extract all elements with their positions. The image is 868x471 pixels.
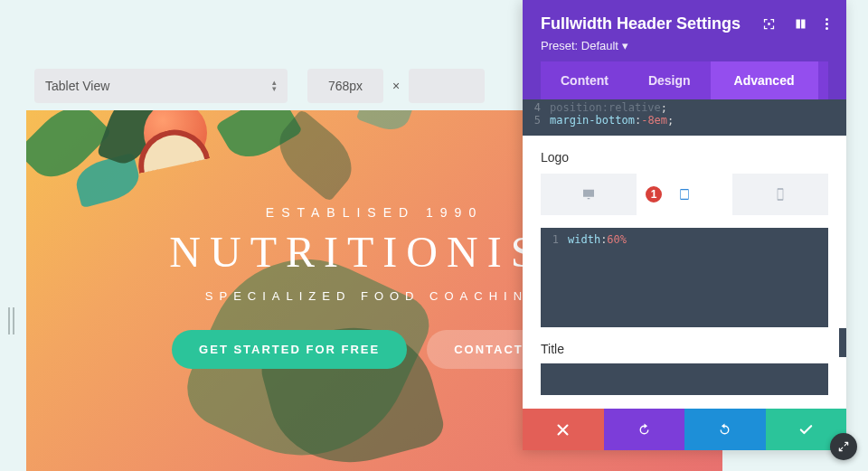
settings-panel: Fullwidth Header Settings Preset: Defaul… <box>523 0 846 450</box>
width-group: 768px × <box>307 69 485 103</box>
columns-icon[interactable] <box>794 17 807 31</box>
panel-body: 4 position:relative; 5 margin-bottom:-8e… <box>523 99 846 409</box>
panel-title: Fullwidth Header Settings <box>541 14 741 33</box>
device-tabs: 1 <box>541 174 828 215</box>
undo-button[interactable] <box>604 409 685 450</box>
view-select[interactable]: Tablet View ▴▾ <box>34 69 288 103</box>
resize-handle[interactable] <box>8 307 14 334</box>
logo-section-label: Logo <box>523 136 846 174</box>
desktop-icon <box>581 187 596 202</box>
code-editor-top[interactable]: 4 position:relative; 5 margin-bottom:-8e… <box>523 99 846 136</box>
tablet-icon <box>677 187 692 202</box>
height-input[interactable] <box>409 69 485 103</box>
title-section-label: Title <box>523 327 846 363</box>
close-button[interactable] <box>523 409 604 450</box>
view-select-label: Tablet View <box>45 79 109 93</box>
width-input[interactable]: 768px <box>307 69 383 103</box>
phone-icon <box>773 187 788 202</box>
panel-scroll[interactable]: 4 position:relative; 5 margin-bottom:-8e… <box>523 99 846 409</box>
tab-advanced[interactable]: Advanced <box>711 61 818 99</box>
device-tablet-tab[interactable]: 1 <box>637 174 732 215</box>
undo-icon <box>637 422 652 438</box>
code-editor-logo[interactable]: 1 width:60% <box>541 228 828 327</box>
tab-design[interactable]: Design <box>628 61 711 99</box>
device-desktop-tab[interactable] <box>541 174 637 215</box>
check-icon <box>798 422 814 438</box>
expand-button[interactable] <box>830 433 857 460</box>
redo-button[interactable] <box>684 409 766 450</box>
code-editor-title[interactable] <box>541 363 828 395</box>
tab-content[interactable]: Content <box>541 61 628 99</box>
annotation-badge: 1 <box>644 184 664 204</box>
panel-header: Fullwidth Header Settings Preset: Defaul… <box>523 0 846 99</box>
chevron-updown-icon: ▴▾ <box>272 80 277 92</box>
focus-icon[interactable] <box>762 17 776 31</box>
preset-select[interactable]: Preset: Default ▾ <box>541 39 828 52</box>
get-started-button[interactable]: GET STARTED FOR FREE <box>172 330 407 369</box>
device-phone-tab[interactable] <box>732 174 828 215</box>
panel-footer <box>523 409 846 450</box>
leaf-decor <box>356 110 415 136</box>
close-icon <box>555 422 571 438</box>
redo-icon <box>717 422 732 438</box>
times-icon: × <box>392 79 400 93</box>
more-menu-icon[interactable] <box>826 18 828 30</box>
expand-icon <box>837 440 850 453</box>
hover-indicator[interactable] <box>839 328 846 357</box>
